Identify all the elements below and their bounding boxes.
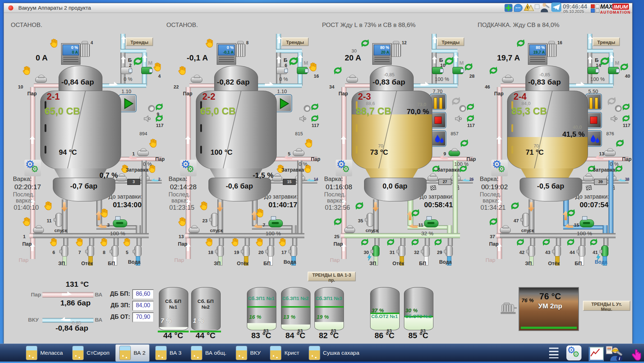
- steam-bottom-mode-icon[interactable]: [488, 217, 498, 227]
- b-valve[interactable]: [588, 67, 598, 74]
- product-valve[interactable]: [217, 245, 224, 257]
- taskbar-item[interactable]: ВА 3: [152, 345, 185, 361]
- add-icon[interactable]: [505, 4, 512, 12]
- valve-mode-icon[interactable]: [542, 237, 551, 247]
- steam-mid-mode-icon[interactable]: [148, 138, 158, 148]
- feed-valve[interactable]: [268, 219, 283, 227]
- trends-app-icon[interactable]: [589, 347, 604, 361]
- valve-mode-icon[interactable]: [360, 237, 369, 247]
- valve-mode-icon[interactable]: [99, 237, 109, 247]
- start-button[interactable]: [274, 94, 292, 112]
- feed-mode-icon[interactable]: [255, 208, 265, 218]
- motor-icon[interactable]: [391, 44, 401, 57]
- taskbar-item[interactable]: Меласса: [22, 345, 66, 361]
- m-valve-mode-icon[interactable]: [308, 62, 318, 72]
- taskbar-item[interactable]: ВА общ.: [187, 345, 230, 361]
- m-valve[interactable]: [452, 67, 463, 74]
- db-ot-input[interactable]: 70,90: [132, 312, 154, 322]
- discharge-mode-icon[interactable]: [199, 201, 209, 211]
- seed-valve-1[interactable]: [272, 176, 282, 181]
- discharge-valve[interactable]: [522, 213, 529, 227]
- drive-display[interactable]: 0 % 0 A: [61, 43, 80, 65]
- valve-mode-icon[interactable]: [433, 237, 443, 247]
- alarm-icon[interactable]: [524, 3, 534, 13]
- valve-mode-icon[interactable]: [204, 237, 214, 247]
- trends-button[interactable]: Тренды: [281, 37, 309, 46]
- steam-valve-mode-icon[interactable]: [333, 65, 343, 76]
- telegram-icon[interactable]: [551, 3, 561, 12]
- product-valve[interactable]: [87, 245, 94, 257]
- product-valve[interactable]: [61, 245, 68, 257]
- seed-valve-1[interactable]: [116, 176, 126, 181]
- settings-gears-icon[interactable]: ⚙ ⚙: [180, 160, 197, 176]
- steam-mid-valve[interactable]: [448, 150, 460, 156]
- touch-hand-icon[interactable]: [630, 346, 643, 363]
- discharge-mode-icon[interactable]: [510, 201, 520, 211]
- operator-icon[interactable]: [539, 2, 551, 12]
- product-valve[interactable]: [528, 245, 535, 257]
- feed-valve[interactable]: [424, 219, 438, 227]
- seed-valve-1[interactable]: [583, 176, 593, 181]
- valve-mode-icon[interactable]: [566, 237, 575, 247]
- valve-mode-icon[interactable]: [122, 237, 132, 247]
- steam-bottom-valve[interactable]: [344, 227, 355, 233]
- m-valve[interactable]: [141, 67, 152, 74]
- valve-mode-icon[interactable]: [49, 237, 58, 247]
- m-valve-mode-icon[interactable]: [152, 62, 162, 72]
- b-valve[interactable]: [121, 67, 132, 74]
- drive-mode-icon[interactable]: [204, 38, 215, 48]
- drive-mode-icon[interactable]: [49, 38, 59, 48]
- motor-icon[interactable]: [547, 44, 557, 57]
- drive-display[interactable]: 80 % 19,7 A: [528, 43, 547, 65]
- product-valve[interactable]: [601, 245, 608, 257]
- steam-bottom-valve[interactable]: [500, 227, 511, 233]
- settings-app-icon[interactable]: ⚙ ⚙: [566, 345, 581, 360]
- trends-button[interactable]: Тренды: [437, 37, 464, 46]
- valve-mode-icon[interactable]: [589, 237, 598, 247]
- chat-icon[interactable]: [514, 4, 523, 12]
- feed-mode-icon[interactable]: [410, 208, 420, 218]
- product-valve[interactable]: [554, 245, 561, 257]
- trends-button[interactable]: Тренды: [593, 37, 620, 46]
- valve-mode-icon[interactable]: [255, 237, 264, 247]
- m-valve[interactable]: [608, 67, 619, 74]
- steam-mid-valve[interactable]: [604, 150, 616, 156]
- steam-mid-mode-icon[interactable]: [615, 138, 625, 148]
- motor-icon[interactable]: [235, 44, 245, 57]
- product-valve[interactable]: [398, 245, 405, 257]
- m-valve-mode-icon[interactable]: [464, 62, 474, 72]
- drive-display[interactable]: 80 % 20 A: [372, 43, 392, 65]
- valve-mode-icon[interactable]: [75, 237, 84, 247]
- taskbar-item[interactable]: ВКУ: [232, 345, 264, 361]
- steam-bottom-valve[interactable]: [189, 227, 199, 233]
- cycle-icon[interactable]: [606, 96, 617, 106]
- product-valve[interactable]: [267, 245, 274, 257]
- menu-list-icon[interactable]: [549, 348, 558, 358]
- b-valve[interactable]: [276, 67, 287, 74]
- steam-mid-valve[interactable]: [137, 150, 149, 156]
- steam-mid-mode-icon[interactable]: [304, 138, 314, 148]
- discharge-valve[interactable]: [367, 213, 374, 227]
- product-valve[interactable]: [243, 245, 250, 257]
- m-valve-mode-icon[interactable]: [619, 62, 629, 72]
- trends-va-button[interactable]: ТРЕНДЫ L ВА 1-3 пр.: [308, 272, 356, 281]
- steam-bottom-valve[interactable]: [33, 227, 44, 233]
- product-valve[interactable]: [423, 245, 430, 257]
- drive-display[interactable]: 0 % -0,1 A: [217, 43, 236, 65]
- feed-mode-icon[interactable]: [566, 208, 576, 218]
- steam-bottom-mode-icon[interactable]: [22, 217, 32, 227]
- steam-valve-mode-icon[interactable]: [177, 65, 187, 76]
- taskbar-item[interactable]: ВА 2: [115, 344, 150, 362]
- settings-gears-icon[interactable]: ⚙ ⚙: [24, 160, 41, 176]
- discharge-valve[interactable]: [211, 213, 218, 227]
- motor-icon[interactable]: [80, 44, 90, 57]
- trends-button[interactable]: Тренды: [126, 37, 153, 46]
- discharge-mode-icon[interactable]: [354, 201, 364, 211]
- valve-mode-icon[interactable]: [410, 237, 420, 247]
- product-valve[interactable]: [111, 245, 119, 257]
- discharge-mode-icon[interactable]: [43, 201, 53, 211]
- feed-valve[interactable]: [580, 219, 594, 227]
- valve-mode-icon[interactable]: [516, 237, 525, 247]
- trends-um-button[interactable]: ТРЕНДЫ L Ут. Меш.: [583, 301, 630, 311]
- db-bp-input[interactable]: 86,60: [132, 289, 154, 299]
